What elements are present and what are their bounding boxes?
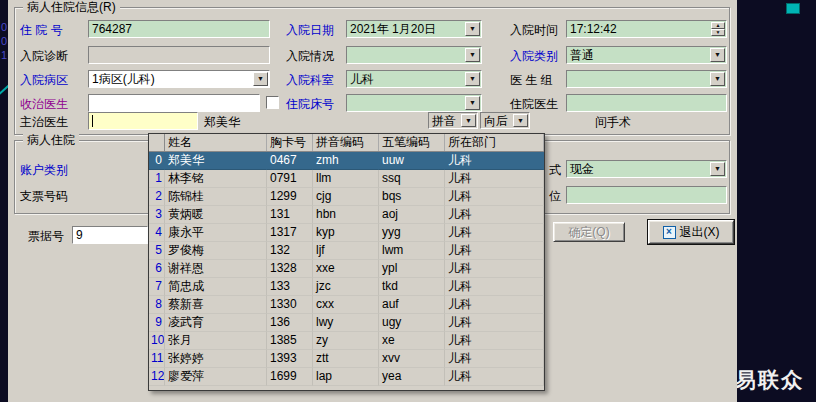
table-row[interactable]: 6谢祥恩1328xxeypl儿科 [149, 260, 544, 278]
cell-badge-no: 132 [267, 242, 313, 260]
diagnosis-field[interactable] [88, 46, 270, 64]
admission-date-combo[interactable]: 2021年 1月20日 [346, 20, 482, 38]
cell-department: 儿科 [445, 332, 544, 350]
cell-wubi-code: yyg [379, 224, 445, 242]
table-row[interactable]: 1林李铭0791llmssq儿科 [149, 170, 544, 188]
admit-doctor-label: 收治医生 [20, 96, 68, 112]
row-number: 1 [149, 170, 165, 188]
bed-checkbox[interactable] [266, 96, 279, 109]
brand-logo: 易联众 [735, 366, 804, 394]
chevron-down-icon[interactable] [465, 48, 480, 62]
account-type-label: 账户类别 [20, 162, 68, 178]
chevron-down-icon[interactable] [465, 96, 480, 110]
cell-pinyin-code: ztt [313, 350, 379, 368]
desktop-digits: 001 [1, 20, 8, 62]
pay-mode-value: 现金 [570, 162, 594, 176]
admission-time-spinner[interactable]: 17:12:42 [566, 20, 727, 38]
spin-up-icon[interactable] [711, 22, 725, 29]
receipt-label: 票据号 [28, 228, 64, 244]
table-row[interactable]: 12廖爱萍1699lapyea儿科 [149, 368, 544, 386]
receipt-field[interactable]: 9 [72, 226, 148, 244]
chevron-down-icon[interactable] [513, 114, 528, 127]
pay-mode-combo[interactable]: 现金 [566, 160, 727, 178]
cell-name: 廖爱萍 [165, 368, 267, 386]
cell-pinyin-code: cxx [313, 296, 379, 314]
cell-department: 儿科 [445, 206, 544, 224]
table-row[interactable]: 8蔡新喜1330cxxauf儿科 [149, 296, 544, 314]
cell-name: 林李铭 [165, 170, 267, 188]
category-combo[interactable]: 普通 [566, 46, 727, 64]
patient-info-group-title: 病人住院信息(R) [23, 0, 120, 15]
table-row[interactable]: 11张婷婷1393zttxvv儿科 [149, 350, 544, 368]
attending-label: 主治医生 [20, 114, 68, 130]
cell-pinyin-code: hbn [313, 206, 379, 224]
cell-department: 儿科 [445, 314, 544, 332]
chevron-down-icon[interactable] [465, 22, 480, 36]
attending-search-input[interactable] [88, 112, 198, 130]
chevron-down-icon[interactable] [710, 72, 725, 86]
chevron-down-icon[interactable] [465, 72, 480, 86]
row-number: 12 [149, 368, 165, 386]
row-number: 3 [149, 206, 165, 224]
cell-wubi-code: xe [379, 332, 445, 350]
chevron-down-icon[interactable] [461, 114, 476, 127]
cell-name: 张月 [165, 332, 267, 350]
doctor-group-label: 医 生 组 [510, 72, 553, 88]
unit-label-fragment: 位 [549, 188, 561, 204]
cell-wubi-code: yea [379, 368, 445, 386]
table-row[interactable]: 4康永平1317kypyyg儿科 [149, 224, 544, 242]
doctor-table-footer [149, 386, 544, 390]
cell-name: 罗俊梅 [165, 242, 267, 260]
column-header-department[interactable]: 所在部门 [445, 134, 544, 151]
chevron-down-icon[interactable] [710, 162, 725, 176]
table-row[interactable]: 10张月1385zyxe儿科 [149, 332, 544, 350]
table-row[interactable]: 2陈锦桂1299cjgbqs儿科 [149, 188, 544, 206]
doctor-group-combo[interactable] [566, 70, 727, 88]
table-row[interactable]: 7简忠成133jzctkd儿科 [149, 278, 544, 296]
chevron-down-icon[interactable] [710, 48, 725, 62]
search-direction-combo[interactable]: 向后 [480, 112, 530, 129]
confirm-button-label: 确定(Q) [568, 224, 609, 241]
table-row[interactable]: 0郑美华0467zmhuuw儿科 [149, 152, 544, 170]
cell-badge-no: 131 [267, 206, 313, 224]
ward-combo[interactable]: 1病区(儿科) [88, 70, 270, 88]
table-row[interactable]: 9凌武育136lwyugy儿科 [149, 314, 544, 332]
admission-dialog: 病人住院信息(R) 住 院 号 764287 入院日期 2021年 1月20日 … [8, 0, 737, 402]
column-header-badge-no[interactable]: 胸卡号 [267, 134, 313, 151]
condition-combo[interactable] [346, 46, 482, 64]
row-number: 5 [149, 242, 165, 260]
corner-cell [149, 134, 165, 151]
column-header-pinyin-code[interactable]: 拼音编码 [313, 134, 379, 151]
cell-wubi-code: auf [379, 296, 445, 314]
cell-pinyin-code: llm [313, 170, 379, 188]
check-no-label: 支票号码 [20, 188, 68, 204]
cell-wubi-code: uuw [379, 152, 445, 170]
spin-down-icon[interactable] [711, 29, 725, 36]
condition-label: 入院情况 [286, 48, 334, 64]
table-row[interactable]: 5罗俊梅132ljflwm儿科 [149, 242, 544, 260]
cell-department: 儿科 [445, 368, 544, 386]
admit-doctor-field[interactable] [88, 94, 260, 112]
search-mode-combo[interactable]: 拼音 [428, 112, 478, 129]
table-row[interactable]: 3黄炳暖131hbnaoj儿科 [149, 206, 544, 224]
search-direction-value: 向后 [484, 114, 508, 128]
dept-combo[interactable]: 儿科 [346, 70, 482, 88]
cell-pinyin-code: zy [313, 332, 379, 350]
column-header-wubi-code[interactable]: 五笔编码 [379, 134, 445, 151]
cell-pinyin-code: kyp [313, 224, 379, 242]
bed-combo[interactable] [346, 94, 482, 112]
cell-pinyin-code: zmh [313, 152, 379, 170]
cell-pinyin-code: xxe [313, 260, 379, 278]
category-value: 普通 [570, 48, 594, 62]
chevron-down-icon[interactable] [253, 72, 268, 86]
resident-field[interactable] [566, 94, 727, 112]
cell-department: 儿科 [445, 242, 544, 260]
unit-field[interactable] [566, 186, 727, 204]
admission-no-field[interactable]: 764287 [88, 20, 270, 38]
row-number: 2 [149, 188, 165, 206]
desktop-mini-icon[interactable] [786, 3, 800, 14]
exit-button[interactable]: 退出(X) [648, 220, 734, 244]
cell-department: 儿科 [445, 170, 544, 188]
column-header-name[interactable]: 姓名 [165, 134, 267, 151]
confirm-button[interactable]: 确定(Q) [553, 222, 625, 242]
